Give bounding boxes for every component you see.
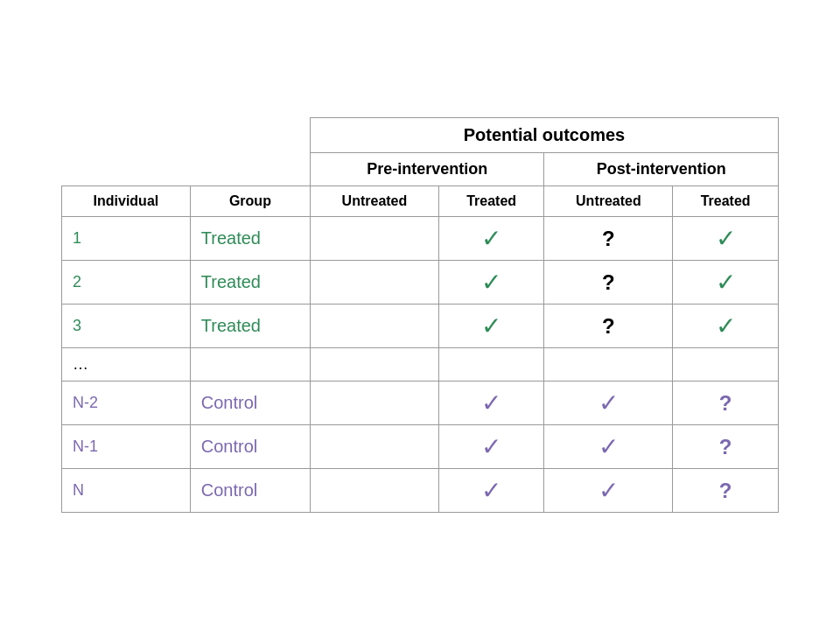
pre-untreated-cell	[311, 425, 439, 469]
post-treated-cell: ?	[673, 382, 779, 425]
pre-treated-cell: ✓	[438, 382, 544, 425]
pre-treated-cell: ✓	[438, 469, 544, 513]
header-post-intervention: Post-intervention	[544, 153, 779, 186]
pre-untreated-cell	[311, 217, 439, 261]
table-row: 1	[62, 217, 191, 261]
group-cell: Control	[190, 382, 310, 425]
col-header-group: Group	[190, 186, 310, 217]
col-header-post-treated: Treated	[673, 186, 779, 217]
table-row: N-2	[62, 382, 191, 425]
post-treated-cell: ✓	[673, 304, 779, 348]
post-untreated-cell: ✓	[544, 469, 673, 513]
pre-treated-cell: ✓	[438, 261, 544, 304]
pre-untreated-cell	[311, 382, 439, 425]
header-potential-outcomes: Potential outcomes	[311, 118, 779, 153]
post-untreated-cell: ?	[544, 304, 673, 348]
empty-sub-left-1	[62, 153, 191, 186]
table-row: N	[62, 469, 191, 513]
post-untreated-cell	[544, 348, 673, 382]
col-header-post-untreated: Untreated	[544, 186, 673, 217]
pre-untreated-cell	[311, 469, 439, 513]
pre-treated-cell: ✓	[438, 217, 544, 261]
post-treated-cell: ?	[673, 469, 779, 513]
pre-untreated-cell	[311, 261, 439, 304]
post-treated-cell: ✓	[673, 217, 779, 261]
header-pre-intervention: Pre-intervention	[311, 153, 544, 186]
post-untreated-cell: ?	[544, 261, 673, 304]
group-cell: Treated	[190, 217, 310, 261]
col-header-pre-untreated: Untreated	[311, 186, 439, 217]
group-cell	[190, 348, 310, 382]
pre-treated-cell: ✓	[438, 425, 544, 469]
potential-outcomes-table: Potential outcomes Pre-intervention Post…	[61, 117, 779, 513]
col-header-pre-treated: Treated	[438, 186, 544, 217]
group-cell: Treated	[190, 261, 310, 304]
pre-untreated-cell	[311, 304, 439, 348]
table-row: 3	[62, 304, 191, 348]
table-row: 2	[62, 261, 191, 304]
post-treated-cell: ✓	[673, 261, 779, 304]
post-treated-cell: ?	[673, 425, 779, 469]
table-wrapper: Potential outcomes Pre-intervention Post…	[61, 117, 779, 513]
post-untreated-cell: ✓	[544, 382, 673, 425]
pre-treated-cell	[438, 348, 544, 382]
group-cell: Control	[190, 425, 310, 469]
pre-untreated-cell	[311, 348, 439, 382]
table-row: N-1	[62, 425, 191, 469]
post-untreated-cell: ✓	[544, 425, 673, 469]
post-untreated-cell: ?	[544, 217, 673, 261]
group-cell: Control	[190, 469, 310, 513]
col-header-individual: Individual	[62, 186, 191, 217]
empty-top-left-2	[190, 118, 310, 153]
pre-treated-cell: ✓	[438, 304, 544, 348]
table-row: …	[62, 348, 191, 382]
post-treated-cell	[673, 348, 779, 382]
empty-sub-left-2	[190, 153, 310, 186]
empty-top-left-1	[62, 118, 191, 153]
group-cell: Treated	[190, 304, 310, 348]
